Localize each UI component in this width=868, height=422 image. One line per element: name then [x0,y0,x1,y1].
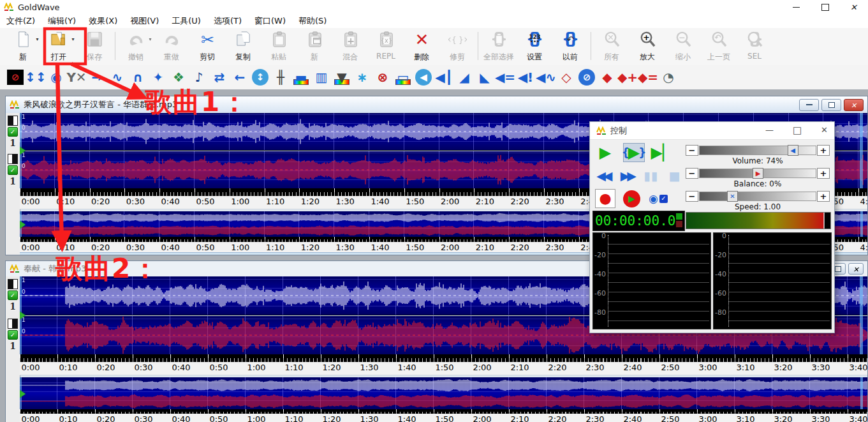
effect-echo-icon[interactable]: ◆ [597,67,617,87]
effect-volume-wheel-icon[interactable]: ↕ [252,69,268,86]
panel-minimize-button[interactable] [765,126,774,135]
document-2-close-button[interactable] [848,263,864,275]
effect-invert-icon[interactable]: ∩ [128,67,148,87]
menu-view[interactable]: 视图(V) [124,14,165,28]
channel-1-enabled-checkbox[interactable]: ✓ [8,127,18,137]
fast-forward-button[interactable]: ▶▶ [619,167,636,185]
menu-options[interactable]: 选项(T) [207,14,248,28]
speed-slider[interactable]: ✕ [699,192,816,201]
effect-fade-out-icon[interactable]: ◣ [474,67,495,87]
app-close-button[interactable] [839,0,868,14]
dropdown-arrow-icon[interactable]: ▾ [71,36,74,42]
toolbar-button-copy[interactable]: 复制 [225,29,261,64]
play-device-button[interactable]: ▶ [623,190,640,207]
effect-flanger-icon[interactable]: ∿ [107,67,128,87]
volume-increase-button[interactable]: + [817,145,830,156]
menu-help[interactable]: 帮助(S) [292,14,333,28]
effect-simple-echo-icon[interactable]: ◆= [638,67,658,87]
document-1-minimize-button[interactable] [799,99,819,111]
effect-monitor-off-icon[interactable]: ⊘ [7,70,24,85]
effect-adjust-markers-icon[interactable]: ↕↕ [26,67,46,87]
rewind-button[interactable]: ◀◀ [595,167,612,185]
effect-time-warp-icon[interactable]: ⇄ [209,67,230,87]
waveform[interactable] [20,393,867,409]
balance-slider[interactable]: ▶ [699,169,816,178]
effect-match-volume-icon[interactable]: ◀= [495,67,515,87]
channel-2-enabled-checkbox[interactable]: ✓ [8,330,18,340]
volume-slider-thumb[interactable]: ◀ [788,145,798,156]
overview-strip[interactable] [20,377,867,410]
effect-censor-icon[interactable]: ⊘ [578,69,595,86]
effect-noise-reduction-icon[interactable]: ⊗ [372,67,393,87]
panel-maximize-button[interactable] [793,126,802,135]
effect-mechanize-icon[interactable]: ✦ [148,67,168,87]
channel-2-indicator[interactable] [8,154,18,164]
effect-clock-icon[interactable]: ◔ [658,67,679,87]
record-button[interactable]: ● [595,189,615,208]
effect-smoother-icon[interactable]: ▭ [393,67,413,87]
dropdown-arrow-icon[interactable]: ▾ [149,36,151,42]
effect-maximize-volume-icon[interactable]: ◀! [515,67,536,87]
main-toolbar: ▾新▾打开保存▾撤销重做✂剪切复制粘贴新+混合{x}REPL✕删除×{ }×修剪… [0,28,868,67]
effect-noise-gate-icon[interactable]: ▥ [311,67,332,87]
effect-reverb-icon[interactable]: ◆+ [617,67,638,87]
channel-2-indicator[interactable] [8,319,18,329]
balance-decrease-button[interactable]: − [686,168,698,179]
play-button[interactable]: ▶ [595,144,615,162]
toolbar-button-previous-marker[interactable]: {}↶以前 [552,29,588,64]
balance-slider-thumb[interactable]: ▶ [753,168,763,179]
control-panel-titlebar[interactable]: 控制 [590,122,834,140]
play-selection-button[interactable]: ▶ [623,143,645,162]
speed-decrease-button[interactable]: − [686,191,698,202]
effect-change-volume-icon[interactable]: ◀┃ [434,67,454,87]
effect-reverse-icon[interactable]: ← [230,67,250,87]
overview-ruler[interactable]: 0:000:100:200:300:400:501:001:101:201:30… [20,414,867,422]
channel-1-indicator[interactable] [8,116,18,126]
toolbar-button-set-marker[interactable]: {}123•••设置 [517,29,552,64]
document-1-close-button[interactable] [844,99,864,111]
effect-pitch-icon[interactable]: ♪ [189,67,209,87]
effect-equalizer-icon[interactable]: ╫ [270,67,291,87]
app-minimize-button[interactable] [782,0,811,14]
panel-close-button[interactable] [821,126,828,135]
effect-shape-volume-2-icon[interactable]: ◀∿ [536,67,556,87]
speed-increase-button[interactable]: + [817,191,830,202]
effect-doppler-icon[interactable]: ◉ [46,67,66,87]
effect-pan-icon[interactable]: ◇ [556,67,577,87]
balance-increase-button[interactable]: + [817,168,830,179]
app-maximize-button[interactable] [811,0,839,14]
effect-pop-click-icon[interactable]: ∗ [352,67,372,87]
channel-1-enabled-checkbox[interactable]: ✓ [8,290,18,300]
stop-button[interactable]: ■ [667,167,684,185]
effect-offset-icon[interactable]: → [87,67,107,87]
volume-decrease-button[interactable]: − [686,145,698,156]
record-options-button[interactable]: ◉ [648,190,668,207]
channel-2-enabled-checkbox[interactable]: ✓ [8,165,18,175]
waveform[interactable] [20,377,867,393]
effect-fade-in-icon[interactable]: ◢ [454,67,474,87]
menu-edit[interactable]: 编辑(Y) [41,14,82,28]
menu-file[interactable]: 文件(Z) [0,14,41,28]
document-1-restore-button[interactable] [821,99,841,111]
volume-slider[interactable]: ◀ [699,146,816,155]
toolbar-button-delete[interactable]: ✕删除 [404,29,439,64]
toolbar-button-cut[interactable]: ✂剪切 [189,29,225,64]
toolbar-button-zoom-in[interactable]: +放大 [629,29,665,64]
pause-button[interactable]: ▮▮ [643,167,659,185]
play-to-end-button[interactable]: ▶▏ [652,144,673,162]
menu-window[interactable]: 窗口(W) [248,14,292,28]
effect-expression-icon[interactable]: Y✕ [66,67,87,87]
effect-max-volume-icon[interactable]: ◀ [415,69,432,86]
document-1-titlebar[interactable]: 乘风破浪歌之男子汉誓言 - 华语群星.mp3 [6,96,867,114]
dropdown-arrow-icon[interactable]: ▾ [36,36,38,42]
toolbar-button-open[interactable]: ▾打开 [41,29,77,64]
menu-effect[interactable]: 效果(X) [82,14,124,28]
effect-interpolate-icon[interactable]: ❖ [168,67,189,87]
effect-shape-volume-icon[interactable]: ▬ [291,67,311,87]
toolbar-button-new[interactable]: ▾新 [5,29,41,64]
channel-1-indicator[interactable] [8,279,18,289]
effect-filter-icon[interactable]: ▼ [332,67,352,87]
menu-tool[interactable]: 工具(U) [165,14,207,28]
speed-slider-thumb[interactable]: ✕ [727,191,738,202]
time-ruler[interactable]: 0:000:100:200:300:400:501:001:101:201:30… [20,362,867,375]
